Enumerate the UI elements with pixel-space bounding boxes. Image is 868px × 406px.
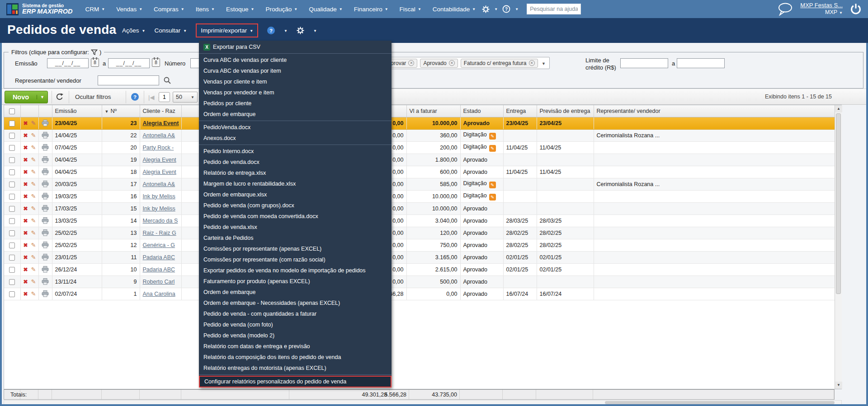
grid-help-icon[interactable]: ? — [131, 93, 139, 101]
chip-remove-icon[interactable]: ✕ — [408, 60, 414, 66]
cliente-link[interactable]: Alegria Event — [143, 157, 176, 163]
menu-item-configurar-relatorios[interactable]: Configurar relatórios personalizados do … — [199, 376, 392, 387]
menu-item[interactable]: Curva ABC de vendas por cliente — [199, 55, 392, 65]
page-help-caret-icon[interactable]: ▼ — [284, 29, 288, 33]
nav-item-financeiro[interactable]: Financeiro▼ — [354, 6, 388, 13]
print-icon[interactable] — [42, 144, 49, 151]
col-vl-a-faturar[interactable]: Vl a faturar — [406, 105, 460, 117]
cliente-link[interactable]: Ana Carolina — [143, 291, 175, 297]
cliente-link[interactable]: Genérica - G — [143, 242, 175, 248]
edit-pencil-icon[interactable]: ✎ — [31, 205, 36, 212]
delete-icon[interactable]: ✖ — [24, 205, 28, 212]
emissao-to-calendar-icon[interactable]: 8 — [152, 58, 160, 67]
print-icon[interactable] — [42, 205, 49, 212]
nav-item-producao[interactable]: Produção▼ — [265, 6, 297, 13]
limite-to-input[interactable] — [677, 58, 725, 68]
nav-item-fiscal[interactable]: Fiscal▼ — [400, 6, 421, 13]
col-entrega[interactable]: Entrega — [503, 105, 537, 117]
ocultar-filtros-button[interactable]: Ocultar filtros — [75, 93, 111, 100]
print-icon[interactable] — [42, 229, 49, 236]
account-link[interactable]: MXP Festas S... — [800, 2, 843, 9]
cliente-link[interactable]: Antonella A& — [143, 181, 175, 187]
chip-remove-icon[interactable]: ✕ — [449, 60, 455, 66]
menu-item[interactable]: Pedido de venda com moeda convertida.doc… — [199, 211, 392, 222]
row-checkbox[interactable] — [9, 133, 15, 139]
menu-item[interactable]: Relatório com datas de entrega e previsã… — [199, 341, 392, 352]
edit-pencil-icon[interactable]: ✎ — [31, 242, 36, 248]
delete-icon[interactable]: ✖ — [24, 279, 28, 285]
menu-item[interactable]: Pedido de venda.xlsx — [199, 222, 392, 233]
col-previsao[interactable]: Previsão de entrega — [537, 105, 594, 117]
menu-item[interactable]: Pedidos por cliente — [199, 98, 392, 109]
app-logo[interactable]: Sistema de gestão ERP MAXIPROD — [6, 3, 72, 15]
menu-item[interactable]: PedidoVenda.docx — [199, 122, 392, 133]
print-icon[interactable] — [42, 120, 49, 126]
menu-item[interactable]: Relatório da composição dos itens do ped… — [199, 352, 392, 363]
nav-item-contabilidade[interactable]: Contabilidade▼ — [433, 6, 476, 13]
menu-item[interactable]: Pedido Interno.docx — [199, 146, 392, 157]
delete-icon[interactable]: ✖ — [24, 193, 28, 200]
cliente-link[interactable]: Padaria ABC — [143, 254, 175, 261]
page-gear-icon[interactable] — [297, 27, 304, 34]
digitacao-edit-icon[interactable]: ✎ — [489, 182, 496, 188]
help-caret-icon[interactable]: ▼ — [515, 8, 519, 11]
edit-pencil-icon[interactable]: ✎ — [31, 278, 36, 285]
estado-caret-icon[interactable]: ▼ — [542, 61, 546, 66]
delete-icon[interactable]: ✖ — [24, 254, 28, 261]
menu-item[interactable]: Exportar pedidos de venda no modelo de i… — [199, 265, 392, 276]
cliente-link[interactable]: Antonella A& — [143, 132, 175, 139]
select-all-checkbox[interactable] — [4, 105, 20, 117]
edit-pencil-icon[interactable]: ✎ — [31, 132, 36, 139]
cliente-link[interactable]: Mercado da S — [143, 218, 178, 224]
digitacao-edit-icon[interactable]: ✎ — [489, 145, 496, 152]
scroll-down-icon[interactable]: ▼ — [835, 382, 842, 389]
menu-item[interactable]: Pedido de venda (com grupos).docx — [199, 200, 392, 211]
filters-legend[interactable]: Filtros (clique para configurar: ) — [9, 49, 104, 56]
page-help-icon[interactable]: ? — [267, 27, 275, 34]
menu-item[interactable]: Carteira de Pedidos — [199, 233, 392, 243]
vscroll-thumb[interactable] — [836, 113, 841, 294]
novo-button[interactable]: Novo ▼ — [5, 91, 48, 103]
edit-pencil-icon[interactable]: ✎ — [31, 266, 36, 273]
menu-consultar[interactable]: Consultar▼ — [154, 27, 187, 34]
menu-item[interactable]: Pedido de venda (modelo 2) — [199, 330, 392, 341]
menu-item[interactable]: Comissões por representante (apenas EXCE… — [199, 243, 392, 254]
edit-pencil-icon[interactable]: ✎ — [31, 290, 36, 297]
digitacao-edit-icon[interactable]: ✎ — [489, 194, 496, 201]
edit-pencil-icon[interactable]: ✎ — [31, 181, 36, 187]
nav-item-crm[interactable]: CRM▼ — [85, 6, 105, 13]
menu-item[interactable]: Curva ABC de vendas por item — [199, 65, 392, 76]
page-number-input[interactable] — [159, 92, 170, 102]
vertical-scrollbar[interactable]: ▲ ▼ — [835, 105, 842, 389]
page-gear-caret-icon[interactable]: ▼ — [313, 29, 317, 33]
pager-first-button[interactable]: |◀ — [148, 94, 154, 101]
col-numero[interactable]: ▼Nº — [102, 105, 140, 117]
nav-item-estoque[interactable]: Estoque▼ — [226, 6, 254, 13]
menu-imprimir-exportar[interactable]: Imprimir/exportar▼ — [196, 23, 258, 37]
nav-item-vendas[interactable]: Vendas▼ — [116, 6, 142, 13]
menu-item[interactable]: Pedido de venda.docx — [199, 157, 392, 168]
col-estado[interactable]: Estado — [460, 105, 503, 117]
print-icon[interactable] — [42, 193, 49, 200]
row-checkbox[interactable] — [9, 279, 15, 285]
row-checkbox[interactable] — [9, 157, 15, 163]
edit-pencil-icon[interactable]: ✎ — [31, 144, 36, 151]
menu-item[interactable]: Vendas por cliente e item — [199, 76, 392, 87]
print-icon[interactable] — [42, 278, 49, 285]
print-icon[interactable] — [42, 217, 49, 224]
chip-remove-icon[interactable]: ✕ — [529, 60, 535, 66]
delete-icon[interactable]: ✖ — [24, 132, 28, 139]
print-icon[interactable] — [42, 290, 49, 297]
print-icon[interactable] — [42, 168, 49, 175]
delete-icon[interactable]: ✖ — [24, 291, 28, 297]
row-checkbox[interactable] — [9, 255, 15, 261]
cliente-link[interactable]: Raiz - Raiz G — [143, 230, 176, 236]
menu-item-exportar-csv[interactable]: XExportar para CSV — [199, 42, 392, 52]
row-checkbox[interactable] — [9, 145, 15, 151]
delete-icon[interactable]: ✖ — [24, 242, 28, 248]
company-selector[interactable]: MXP▼ — [800, 9, 843, 16]
delete-icon[interactable]: ✖ — [24, 230, 28, 236]
menu-acoes[interactable]: Ações▼ — [122, 27, 145, 34]
digitacao-edit-icon[interactable]: ✎ — [489, 133, 496, 140]
estado-chip[interactable]: Faturado c/ entrega futura✕ — [461, 59, 538, 68]
